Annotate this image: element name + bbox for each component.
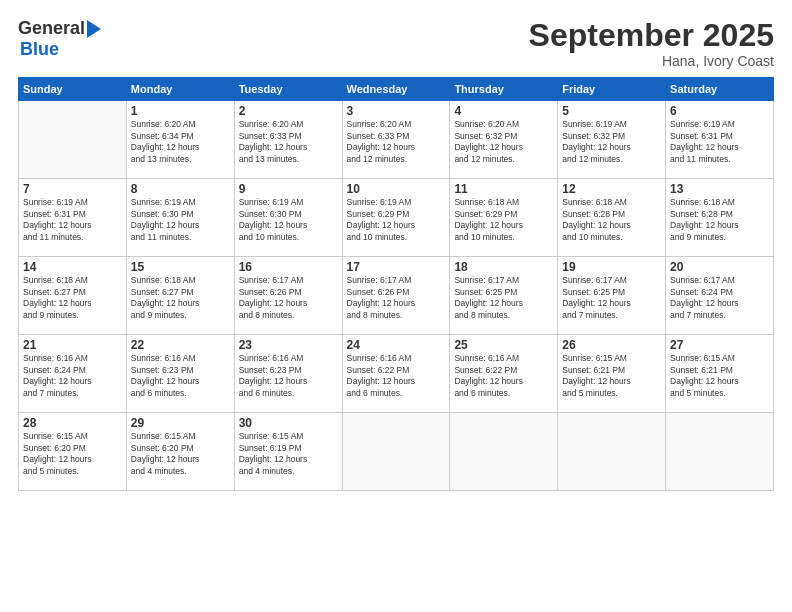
calendar-day-cell: 4Sunrise: 6:20 AM Sunset: 6:32 PM Daylig… bbox=[450, 101, 558, 179]
day-info: Sunrise: 6:15 AM Sunset: 6:20 PM Dayligh… bbox=[23, 431, 122, 477]
day-number: 8 bbox=[131, 182, 230, 196]
day-number: 3 bbox=[347, 104, 446, 118]
calendar-day-cell: 3Sunrise: 6:20 AM Sunset: 6:33 PM Daylig… bbox=[342, 101, 450, 179]
day-header-saturday: Saturday bbox=[666, 78, 774, 101]
calendar-header-row: SundayMondayTuesdayWednesdayThursdayFrid… bbox=[19, 78, 774, 101]
day-number: 7 bbox=[23, 182, 122, 196]
day-info: Sunrise: 6:16 AM Sunset: 6:22 PM Dayligh… bbox=[347, 353, 446, 399]
logo-general: General bbox=[18, 18, 85, 39]
calendar-week-row: 1Sunrise: 6:20 AM Sunset: 6:34 PM Daylig… bbox=[19, 101, 774, 179]
title-block: September 2025 Hana, Ivory Coast bbox=[529, 18, 774, 69]
day-info: Sunrise: 6:18 AM Sunset: 6:27 PM Dayligh… bbox=[23, 275, 122, 321]
calendar-table: SundayMondayTuesdayWednesdayThursdayFrid… bbox=[18, 77, 774, 491]
calendar-day-cell: 19Sunrise: 6:17 AM Sunset: 6:25 PM Dayli… bbox=[558, 257, 666, 335]
calendar-week-row: 14Sunrise: 6:18 AM Sunset: 6:27 PM Dayli… bbox=[19, 257, 774, 335]
day-info: Sunrise: 6:16 AM Sunset: 6:23 PM Dayligh… bbox=[131, 353, 230, 399]
day-number: 6 bbox=[670, 104, 769, 118]
calendar-day-cell: 27Sunrise: 6:15 AM Sunset: 6:21 PM Dayli… bbox=[666, 335, 774, 413]
day-info: Sunrise: 6:19 AM Sunset: 6:30 PM Dayligh… bbox=[131, 197, 230, 243]
day-number: 2 bbox=[239, 104, 338, 118]
day-number: 30 bbox=[239, 416, 338, 430]
day-info: Sunrise: 6:15 AM Sunset: 6:20 PM Dayligh… bbox=[131, 431, 230, 477]
calendar-day-cell: 28Sunrise: 6:15 AM Sunset: 6:20 PM Dayli… bbox=[19, 413, 127, 491]
logo-line1: General bbox=[18, 18, 101, 39]
day-header-wednesday: Wednesday bbox=[342, 78, 450, 101]
day-info: Sunrise: 6:17 AM Sunset: 6:24 PM Dayligh… bbox=[670, 275, 769, 321]
day-number: 1 bbox=[131, 104, 230, 118]
day-number: 20 bbox=[670, 260, 769, 274]
day-info: Sunrise: 6:17 AM Sunset: 6:26 PM Dayligh… bbox=[347, 275, 446, 321]
calendar-day-cell: 10Sunrise: 6:19 AM Sunset: 6:29 PM Dayli… bbox=[342, 179, 450, 257]
calendar-day-cell: 1Sunrise: 6:20 AM Sunset: 6:34 PM Daylig… bbox=[126, 101, 234, 179]
day-number: 21 bbox=[23, 338, 122, 352]
calendar-day-cell: 15Sunrise: 6:18 AM Sunset: 6:27 PM Dayli… bbox=[126, 257, 234, 335]
day-header-thursday: Thursday bbox=[450, 78, 558, 101]
calendar-day-cell: 13Sunrise: 6:18 AM Sunset: 6:28 PM Dayli… bbox=[666, 179, 774, 257]
location-subtitle: Hana, Ivory Coast bbox=[529, 53, 774, 69]
day-number: 28 bbox=[23, 416, 122, 430]
day-info: Sunrise: 6:16 AM Sunset: 6:22 PM Dayligh… bbox=[454, 353, 553, 399]
day-info: Sunrise: 6:18 AM Sunset: 6:29 PM Dayligh… bbox=[454, 197, 553, 243]
day-number: 18 bbox=[454, 260, 553, 274]
calendar-day-cell: 11Sunrise: 6:18 AM Sunset: 6:29 PM Dayli… bbox=[450, 179, 558, 257]
day-info: Sunrise: 6:17 AM Sunset: 6:26 PM Dayligh… bbox=[239, 275, 338, 321]
day-info: Sunrise: 6:20 AM Sunset: 6:33 PM Dayligh… bbox=[239, 119, 338, 165]
calendar-day-cell: 2Sunrise: 6:20 AM Sunset: 6:33 PM Daylig… bbox=[234, 101, 342, 179]
day-info: Sunrise: 6:16 AM Sunset: 6:23 PM Dayligh… bbox=[239, 353, 338, 399]
day-info: Sunrise: 6:19 AM Sunset: 6:31 PM Dayligh… bbox=[23, 197, 122, 243]
calendar-day-cell: 22Sunrise: 6:16 AM Sunset: 6:23 PM Dayli… bbox=[126, 335, 234, 413]
day-number: 11 bbox=[454, 182, 553, 196]
day-number: 17 bbox=[347, 260, 446, 274]
day-number: 16 bbox=[239, 260, 338, 274]
calendar-day-cell: 29Sunrise: 6:15 AM Sunset: 6:20 PM Dayli… bbox=[126, 413, 234, 491]
day-info: Sunrise: 6:18 AM Sunset: 6:27 PM Dayligh… bbox=[131, 275, 230, 321]
day-header-tuesday: Tuesday bbox=[234, 78, 342, 101]
calendar-container: General Blue September 2025 Hana, Ivory … bbox=[0, 0, 792, 612]
calendar-day-cell: 8Sunrise: 6:19 AM Sunset: 6:30 PM Daylig… bbox=[126, 179, 234, 257]
day-number: 5 bbox=[562, 104, 661, 118]
day-number: 9 bbox=[239, 182, 338, 196]
calendar-day-cell: 24Sunrise: 6:16 AM Sunset: 6:22 PM Dayli… bbox=[342, 335, 450, 413]
day-number: 10 bbox=[347, 182, 446, 196]
day-info: Sunrise: 6:18 AM Sunset: 6:28 PM Dayligh… bbox=[562, 197, 661, 243]
day-number: 29 bbox=[131, 416, 230, 430]
calendar-day-cell: 14Sunrise: 6:18 AM Sunset: 6:27 PM Dayli… bbox=[19, 257, 127, 335]
day-number: 19 bbox=[562, 260, 661, 274]
day-info: Sunrise: 6:15 AM Sunset: 6:21 PM Dayligh… bbox=[670, 353, 769, 399]
day-info: Sunrise: 6:19 AM Sunset: 6:30 PM Dayligh… bbox=[239, 197, 338, 243]
calendar-empty-cell bbox=[450, 413, 558, 491]
calendar-day-cell: 5Sunrise: 6:19 AM Sunset: 6:32 PM Daylig… bbox=[558, 101, 666, 179]
month-title: September 2025 bbox=[529, 18, 774, 53]
calendar-empty-cell bbox=[666, 413, 774, 491]
logo: General Blue bbox=[18, 18, 101, 60]
day-info: Sunrise: 6:15 AM Sunset: 6:19 PM Dayligh… bbox=[239, 431, 338, 477]
day-info: Sunrise: 6:19 AM Sunset: 6:29 PM Dayligh… bbox=[347, 197, 446, 243]
day-number: 23 bbox=[239, 338, 338, 352]
day-info: Sunrise: 6:20 AM Sunset: 6:33 PM Dayligh… bbox=[347, 119, 446, 165]
day-header-sunday: Sunday bbox=[19, 78, 127, 101]
calendar-day-cell: 7Sunrise: 6:19 AM Sunset: 6:31 PM Daylig… bbox=[19, 179, 127, 257]
calendar-week-row: 7Sunrise: 6:19 AM Sunset: 6:31 PM Daylig… bbox=[19, 179, 774, 257]
day-number: 26 bbox=[562, 338, 661, 352]
day-info: Sunrise: 6:15 AM Sunset: 6:21 PM Dayligh… bbox=[562, 353, 661, 399]
day-number: 24 bbox=[347, 338, 446, 352]
day-info: Sunrise: 6:19 AM Sunset: 6:31 PM Dayligh… bbox=[670, 119, 769, 165]
header: General Blue September 2025 Hana, Ivory … bbox=[18, 18, 774, 69]
day-number: 25 bbox=[454, 338, 553, 352]
day-number: 4 bbox=[454, 104, 553, 118]
day-number: 22 bbox=[131, 338, 230, 352]
calendar-day-cell: 21Sunrise: 6:16 AM Sunset: 6:24 PM Dayli… bbox=[19, 335, 127, 413]
calendar-empty-cell bbox=[558, 413, 666, 491]
calendar-day-cell: 23Sunrise: 6:16 AM Sunset: 6:23 PM Dayli… bbox=[234, 335, 342, 413]
logo-arrow-icon bbox=[87, 20, 101, 38]
day-number: 14 bbox=[23, 260, 122, 274]
calendar-day-cell: 6Sunrise: 6:19 AM Sunset: 6:31 PM Daylig… bbox=[666, 101, 774, 179]
day-info: Sunrise: 6:16 AM Sunset: 6:24 PM Dayligh… bbox=[23, 353, 122, 399]
calendar-day-cell: 25Sunrise: 6:16 AM Sunset: 6:22 PM Dayli… bbox=[450, 335, 558, 413]
calendar-week-row: 21Sunrise: 6:16 AM Sunset: 6:24 PM Dayli… bbox=[19, 335, 774, 413]
calendar-day-cell: 17Sunrise: 6:17 AM Sunset: 6:26 PM Dayli… bbox=[342, 257, 450, 335]
calendar-day-cell: 12Sunrise: 6:18 AM Sunset: 6:28 PM Dayli… bbox=[558, 179, 666, 257]
calendar-day-cell: 30Sunrise: 6:15 AM Sunset: 6:19 PM Dayli… bbox=[234, 413, 342, 491]
day-info: Sunrise: 6:20 AM Sunset: 6:34 PM Dayligh… bbox=[131, 119, 230, 165]
day-info: Sunrise: 6:17 AM Sunset: 6:25 PM Dayligh… bbox=[562, 275, 661, 321]
